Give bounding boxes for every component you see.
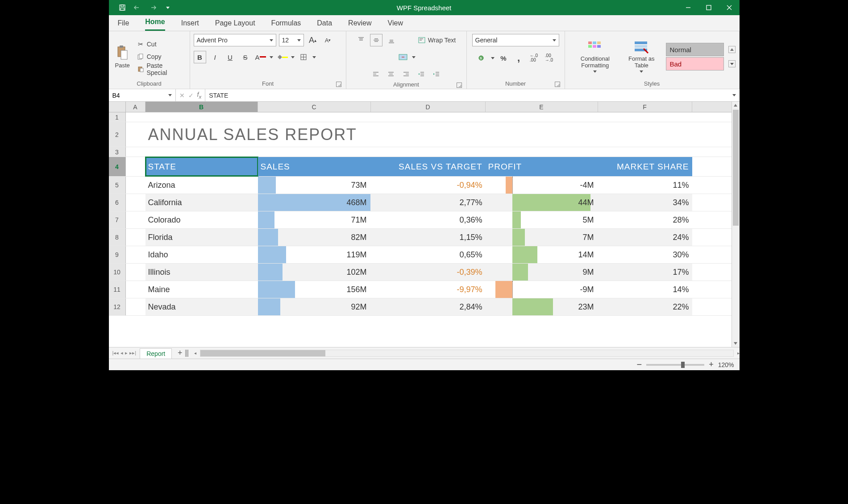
cell-svt[interactable]: 1,15%	[371, 229, 486, 246]
column-header-C[interactable]: C	[258, 102, 371, 112]
cell-sales[interactable]: 71M	[258, 211, 371, 228]
header-ms[interactable]: MARKET SHARE	[598, 157, 692, 176]
increase-indent-icon[interactable]	[430, 68, 443, 80]
borders-dropdown[interactable]	[312, 56, 316, 58]
cell[interactable]	[126, 229, 145, 246]
horizontal-scrollbar[interactable]	[200, 350, 733, 357]
cell-profit[interactable]: -4M	[486, 177, 598, 194]
redo-icon[interactable]	[148, 3, 157, 12]
copy-button[interactable]: Copy	[135, 51, 186, 62]
italic-button[interactable]: I	[209, 51, 221, 63]
conditional-formatting-button[interactable]: Conditional Formatting	[569, 39, 622, 74]
column-header-B[interactable]: B	[145, 102, 258, 112]
cell-state[interactable]: Idaho	[145, 246, 258, 263]
tab-insert[interactable]: Insert	[181, 19, 199, 31]
cell-state[interactable]: Florida	[145, 229, 258, 246]
row-header-2[interactable]: 2	[109, 122, 126, 147]
worksheet-grid[interactable]: ABCDEF 12ANNUAL SALES REPORT34STATESALES…	[109, 102, 732, 347]
fx-icon[interactable]: fx	[197, 91, 202, 99]
align-bottom-icon[interactable]	[385, 34, 398, 46]
column-header-D[interactable]: D	[371, 102, 486, 112]
zoom-in-button[interactable]: +	[709, 360, 714, 369]
zoom-level[interactable]: 120%	[718, 361, 734, 368]
cell-state[interactable]: California	[145, 194, 258, 211]
fill-color-dropdown[interactable]	[291, 56, 295, 58]
tab-home[interactable]: Home	[145, 18, 165, 31]
number-format-dropdown[interactable]: General	[472, 34, 559, 46]
font-name-dropdown[interactable]: Advent Pro	[194, 34, 276, 46]
row-header-8[interactable]: 8	[109, 229, 126, 246]
cell-state[interactable]: Colorado	[145, 211, 258, 228]
sheet-nav-prev-icon[interactable]: ◂	[121, 350, 123, 356]
cell-ms[interactable]: 17%	[598, 264, 692, 281]
qat-customize-icon[interactable]	[163, 3, 172, 12]
merge-dropdown[interactable]	[412, 56, 416, 58]
add-sheet-button[interactable]: +	[175, 349, 185, 358]
strikethrough-button[interactable]: S	[239, 51, 252, 63]
scroll-up-icon[interactable]	[732, 102, 740, 109]
format-as-table-button[interactable]: Format as Table	[622, 39, 661, 74]
cell[interactable]	[126, 157, 145, 176]
cell-state[interactable]: Nevada	[145, 298, 258, 315]
zoom-thumb[interactable]	[681, 362, 685, 368]
cell[interactable]	[126, 147, 145, 157]
row-header-10[interactable]: 10	[109, 264, 126, 281]
zoom-out-button[interactable]: −	[636, 359, 642, 370]
sheet-nav-next-icon[interactable]: ▸	[125, 350, 128, 356]
cell-sales[interactable]: 119M	[258, 246, 371, 263]
cell-profit[interactable]: 44M	[486, 194, 598, 211]
tab-formulas[interactable]: Formulas	[271, 19, 301, 31]
cell-ms[interactable]: 14%	[598, 281, 692, 298]
font-dialog-launcher[interactable]	[336, 82, 341, 87]
cell[interactable]	[126, 246, 145, 263]
align-center-icon[interactable]	[385, 68, 397, 80]
cut-button[interactable]: ✂Cut	[135, 38, 186, 50]
cell-ms[interactable]: 30%	[598, 246, 692, 263]
cell-svt[interactable]: 0,65%	[371, 246, 486, 263]
cell-state[interactable]: Maine	[145, 281, 258, 298]
underline-button[interactable]: U	[224, 51, 237, 63]
cell[interactable]	[126, 122, 145, 147]
cell[interactable]	[126, 281, 145, 298]
cell[interactable]	[126, 264, 145, 281]
sheet-nav-first-icon[interactable]: |◂◂	[112, 350, 119, 356]
cell-state[interactable]: Arizona	[145, 177, 258, 194]
tab-page-layout[interactable]: Page Layout	[215, 19, 255, 31]
tab-data[interactable]: Data	[317, 19, 332, 31]
hscroll-right-icon[interactable]: ▸	[737, 351, 740, 355]
zoom-slider[interactable]	[646, 364, 704, 366]
row-header-7[interactable]: 7	[109, 211, 126, 228]
hscroll-thumb[interactable]	[200, 350, 325, 356]
cell-sales[interactable]: 82M	[258, 229, 371, 246]
cell-sales[interactable]: 156M	[258, 281, 371, 298]
column-header-E[interactable]: E	[486, 102, 598, 112]
fill-color-button[interactable]	[276, 51, 288, 63]
cell-profit[interactable]: 5M	[486, 211, 598, 228]
cell-profit[interactable]: -9M	[486, 281, 598, 298]
hscroll-left-icon[interactable]: ◂	[194, 351, 196, 355]
cell-state[interactable]: Illinois	[145, 264, 258, 281]
cell-ms[interactable]: 28%	[598, 211, 692, 228]
sheet-nav-last-icon[interactable]: ▸▸|	[129, 350, 136, 356]
cell[interactable]	[126, 177, 145, 194]
tab-review[interactable]: Review	[348, 19, 371, 31]
borders-button[interactable]	[297, 51, 310, 63]
cell-ms[interactable]: 22%	[598, 298, 692, 315]
row-header-5[interactable]: 5	[109, 177, 126, 194]
row-header-4[interactable]: 4	[109, 157, 126, 176]
cell[interactable]	[371, 147, 486, 157]
enter-formula-icon[interactable]: ✓	[188, 92, 194, 99]
cell-style-bad[interactable]: Bad	[666, 57, 724, 70]
cell-sales[interactable]: 92M	[258, 298, 371, 315]
cell[interactable]	[126, 112, 145, 122]
header-svt[interactable]: SALES VS TARGET	[371, 157, 486, 176]
cell[interactable]	[598, 147, 692, 157]
vertical-scrollbar[interactable]	[732, 102, 740, 347]
cell[interactable]	[371, 112, 486, 122]
cell[interactable]	[126, 211, 145, 228]
cell[interactable]	[126, 194, 145, 211]
align-left-icon[interactable]	[370, 68, 382, 80]
cell-style-normal[interactable]: Normal	[666, 43, 724, 56]
cell[interactable]	[486, 147, 598, 157]
formula-input[interactable]: STATE	[205, 92, 728, 99]
